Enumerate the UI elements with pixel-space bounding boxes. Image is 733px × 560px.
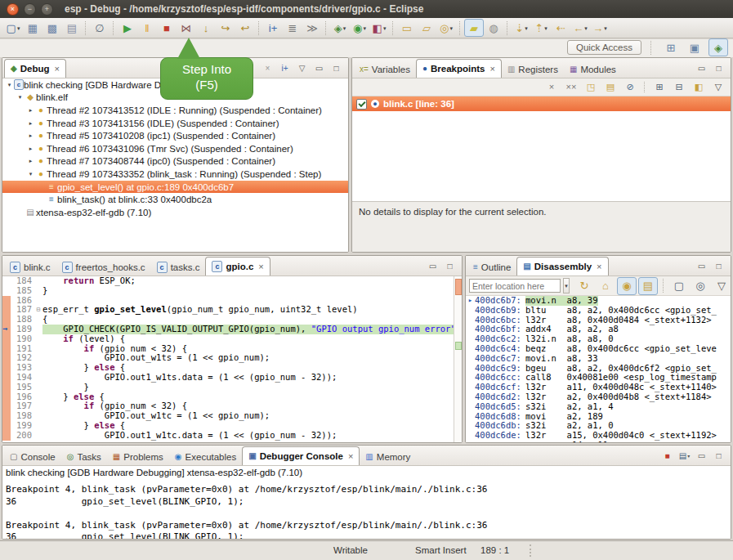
skip-all-breakpoints-icon[interactable]: ∅ [90, 19, 110, 37]
fold-marker-icon[interactable] [34, 401, 42, 411]
maximize-icon[interactable]: □ [443, 258, 457, 273]
step-over-icon[interactable]: ↪ [216, 19, 235, 37]
debug-tree-row[interactable]: ▸●Thread #2 1073413512 (IDLE : Running) … [2, 104, 348, 117]
close-tab-icon[interactable]: × [54, 64, 59, 74]
tab-freertos-hooks-c[interactable]: cfreertos_hooks.c [56, 259, 151, 276]
tab-blink-c[interactable]: cblink.c [4, 259, 56, 276]
debug-tree-row[interactable]: ▤xtensa-esp32-elf-gdb (7.10) [2, 206, 348, 219]
close-tab-icon[interactable]: × [489, 64, 494, 74]
tab-problems[interactable]: ▦Problems [107, 449, 169, 465]
expand-all-icon[interactable]: ⊞ [650, 79, 668, 95]
toggle-mark-occurrences-icon[interactable]: ▰ [464, 19, 484, 37]
location-dropdown-icon[interactable]: ▼ [563, 278, 570, 293]
line-number[interactable]: 195 [11, 383, 34, 392]
terminate-icon[interactable]: ■ [157, 19, 177, 37]
last-edit-location-icon[interactable]: ⇠ [551, 19, 570, 37]
display-selected-console-icon[interactable]: ▤▾ [677, 448, 691, 463]
view-menu-icon[interactable]: ▽ [709, 79, 727, 95]
show-source-icon[interactable]: ▤ [638, 277, 658, 295]
tab-tasks[interactable]: ◎Tasks [61, 449, 107, 465]
overview-ruler[interactable] [454, 276, 462, 442]
track-expression-icon[interactable]: ◉ [617, 277, 637, 295]
go-to-file-for-breakpoint-icon[interactable]: ▤ [601, 79, 619, 95]
editor-body[interactable]: 184 return ESP_OK;185}186187⊟esp_err_t g… [2, 276, 462, 442]
annotation-ruler-cell[interactable] [2, 401, 11, 411]
disassembly-list[interactable]: ▸400dc6b7:movi.n a8, 39400dc6b9:bltu a8,… [466, 296, 731, 442]
fold-marker-icon[interactable] [34, 276, 42, 286]
open-perspective-icon[interactable]: ⊞ [661, 38, 681, 56]
remove-all-breakpoints-icon[interactable]: ×× [562, 79, 580, 95]
fold-marker-icon[interactable] [34, 334, 42, 344]
tree-expander-icon[interactable]: ▾ [26, 171, 35, 177]
dropdown-arrow-icon[interactable]: ▾ [449, 25, 453, 31]
run-icon[interactable]: ◉▾ [350, 19, 369, 37]
fold-marker-icon[interactable] [34, 373, 42, 383]
show-debug-contexts-icon[interactable]: ≣ [283, 19, 302, 37]
fold-marker-icon[interactable] [34, 353, 42, 363]
debug-icon[interactable]: ◈▾ [330, 19, 350, 37]
resume-icon[interactable]: ▶ [118, 19, 137, 37]
step-into-icon[interactable]: ↓ [196, 19, 216, 37]
tab-breakpoints[interactable]: ●Breakpoints× [416, 59, 502, 78]
dropdown-arrow-icon[interactable]: ▾ [687, 453, 690, 459]
tree-expander-icon[interactable]: ▸ [26, 120, 35, 127]
view-menu-icon[interactable]: ▽ [295, 60, 309, 75]
annotation-ruler-cell[interactable] [2, 334, 11, 344]
fold-marker-icon[interactable]: ⊟ [34, 305, 42, 315]
maximize-icon[interactable]: □ [712, 448, 726, 463]
debug-tree-row[interactable]: ▸●Thread #7 1073408744 (ipc0) (Suspended… [2, 155, 348, 168]
print-icon[interactable]: ▤ [62, 19, 82, 37]
search-icon[interactable]: ◎▾ [436, 19, 456, 37]
annotation-ruler-cell[interactable] [2, 431, 11, 441]
tab-memory[interactable]: ▥Memory [360, 449, 416, 465]
dropdown-arrow-icon[interactable]: ▾ [544, 25, 548, 31]
tree-expander-icon[interactable]: ▸ [26, 132, 35, 139]
maximize-icon[interactable]: □ [712, 258, 726, 273]
line-number[interactable]: 194 [11, 373, 34, 383]
tab-modules[interactable]: ▦Modules [564, 61, 622, 78]
debug-tree-row[interactable]: ≡gpio_set_level() at gpio.c:189 0x400dc6… [2, 181, 348, 194]
tab-tasks-c[interactable]: ctasks.c [151, 259, 206, 276]
line-number[interactable]: 185 [11, 286, 34, 296]
minimize-icon[interactable]: ▭ [695, 258, 708, 273]
annotation-ruler-cell[interactable] [2, 276, 11, 286]
line-number[interactable]: 200 [11, 431, 34, 441]
tree-expander-icon[interactable]: ▸ [26, 107, 35, 114]
line-number[interactable]: 189 [11, 325, 34, 334]
refresh-view-icon[interactable]: ↻ [574, 277, 594, 295]
quick-access-button[interactable]: Quick Access [567, 40, 641, 55]
fold-marker-icon[interactable] [34, 431, 42, 441]
tab-outline[interactable]: ≡Outline [467, 259, 516, 276]
fold-marker-icon[interactable] [34, 421, 42, 431]
debug-tree-row[interactable]: ▸●Thread #3 1073413156 (IDLE) (Suspended… [2, 117, 348, 130]
annotation-ruler-cell[interactable]: → [2, 325, 11, 334]
console-body[interactable]: blink checking [GDB Hardware Debugging] … [2, 466, 731, 539]
line-number[interactable]: 190 [11, 334, 34, 344]
gravity-home-icon[interactable]: ⌂ [596, 277, 615, 295]
minimize-window-button[interactable]: − [24, 3, 36, 16]
maximize-icon[interactable]: □ [712, 60, 726, 75]
annotation-ruler-cell[interactable] [2, 373, 11, 383]
close-tab-icon[interactable]: × [348, 451, 353, 461]
instruction-stepping-mode-icon[interactable]: i+ [278, 60, 292, 75]
tab-gpio-c[interactable]: cgpio.c× [205, 257, 270, 276]
minimize-icon[interactable]: ▭ [426, 258, 440, 273]
debug-tree[interactable]: ▾cblink checking [GDB Hardware Debugging… [2, 78, 348, 252]
next-annotation-icon[interactable]: ⇣▾ [512, 19, 531, 37]
fold-marker-icon[interactable] [34, 296, 42, 306]
show-annotations-icon[interactable]: ◍ [484, 19, 503, 37]
forward-icon[interactable]: →▾ [590, 19, 610, 37]
close-tab-icon[interactable]: × [597, 262, 601, 271]
fold-marker-icon[interactable] [34, 363, 42, 373]
annotation-ruler-cell[interactable] [2, 383, 11, 392]
breakpoints-list[interactable]: ●blink.c [line: 36] [352, 96, 731, 201]
tab-disassembly[interactable]: ▤Disassembly× [516, 257, 608, 276]
annotation-ruler-cell[interactable] [2, 353, 11, 363]
save-all-icon[interactable]: ▩ [42, 19, 62, 37]
location-input[interactable] [469, 279, 561, 293]
tree-expander-icon[interactable]: ▸ [26, 158, 35, 164]
instruction-stepping-icon[interactable]: i+ [263, 19, 283, 37]
tab-debug[interactable]: ◈Debug× [4, 59, 66, 78]
back-icon[interactable]: ←▾ [570, 19, 590, 37]
remove-all-terminated-icon[interactable]: × [261, 60, 275, 75]
